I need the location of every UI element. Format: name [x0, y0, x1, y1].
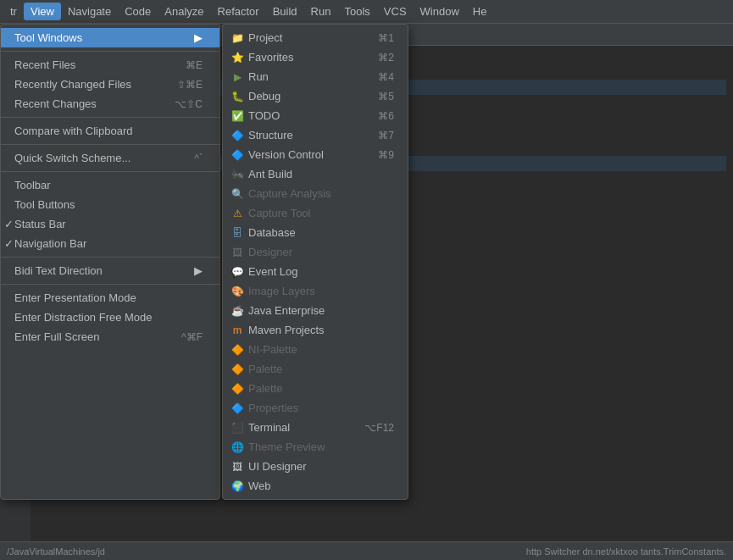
- submenu-arrow-icon: ▶: [180, 264, 203, 277]
- submenu-item-label: Ant Build: [248, 168, 292, 180]
- submenu-arrow-icon: ▶: [180, 31, 203, 44]
- submenu-item-database[interactable]: 🗄 Database: [223, 223, 408, 242]
- menu-item-quick-switch[interactable]: Quick Switch Scheme... ^`: [1, 148, 219, 168]
- shortcut: ⌘7: [361, 130, 394, 141]
- submenu-item-theme-preview: 🌐 Theme Preview: [223, 437, 408, 457]
- menubar-item-tr[interactable]: tr: [3, 3, 24, 20]
- structure-icon: 🔷: [230, 130, 245, 141]
- shortcut: ⌘9: [361, 149, 394, 161]
- menu-item-tool-buttons[interactable]: Tool Buttons: [1, 195, 219, 214]
- submenu-item-project[interactable]: 📁 Project ⌘1: [223, 28, 408, 47]
- submenu-item-label: Palette: [248, 363, 282, 375]
- menu-item-bidi[interactable]: Bidi Text Direction ▶: [1, 261, 219, 280]
- submenu-item-image-layers: 🎨 Image Layers: [223, 281, 408, 301]
- maven-icon: m: [230, 324, 245, 336]
- menu-item-recently-changed[interactable]: Recently Changed Files ⇧⌘E: [1, 75, 219, 94]
- debug-icon: 🐛: [230, 91, 245, 103]
- menubar-item-build[interactable]: Build: [266, 3, 304, 20]
- menu-item-distraction-free[interactable]: Enter Distraction Free Mode: [1, 308, 219, 327]
- status-text-left: /JavaVirtualMachines/jd: [7, 546, 105, 557]
- submenu-item-label: Maven Projects: [248, 324, 325, 336]
- ui-designer-icon: 🖼: [230, 461, 245, 473]
- menubar-item-refactor[interactable]: Refactor: [211, 3, 266, 20]
- menubar-item-tools[interactable]: Tools: [337, 3, 376, 20]
- event-log-icon: 💬: [230, 266, 245, 278]
- menubar-item-window[interactable]: Window: [414, 3, 466, 20]
- menu-item-label: Enter Presentation Mode: [14, 291, 203, 304]
- shortcut: ⌘4: [361, 71, 394, 83]
- vcs-icon: 🔷: [230, 149, 245, 161]
- submenu-item-terminal[interactable]: ⬛ Terminal ⌥F12: [223, 418, 408, 437]
- database-icon: 🗄: [230, 227, 245, 239]
- menubar-item-vcs[interactable]: VCS: [377, 3, 414, 20]
- menu-item-tool-windows[interactable]: Tool Windows ▶: [1, 28, 219, 47]
- todo-icon: ✅: [230, 110, 245, 122]
- palette1-icon: 🔶: [230, 363, 245, 375]
- shortcut: ^`: [174, 152, 203, 164]
- menu-item-presentation[interactable]: Enter Presentation Mode: [1, 288, 219, 308]
- divider: [1, 117, 219, 118]
- menu-item-recent-changes[interactable]: Recent Changes ⌥⇧C: [1, 94, 219, 114]
- submenu-item-ui-designer[interactable]: 🖼 UI Designer: [223, 457, 408, 476]
- submenu-item-web[interactable]: 🌍 Web: [223, 476, 408, 496]
- submenu-item-structure[interactable]: 🔷 Structure ⌘7: [223, 125, 408, 145]
- submenu-item-label: Web: [248, 480, 271, 492]
- shortcut: ⌥F12: [347, 422, 394, 434]
- submenu-item-label: Database: [248, 226, 296, 239]
- ni-palette-icon: 🔶: [230, 344, 245, 356]
- submenu-item-capture-analysis: 🔍 Capture Analysis: [223, 184, 408, 203]
- menubar-item-help[interactable]: He: [466, 3, 494, 20]
- favorites-icon: ⭐: [230, 52, 245, 64]
- menu-item-toolbar[interactable]: Toolbar: [1, 175, 219, 195]
- submenu-item-palette1: 🔶 Palette: [223, 359, 408, 379]
- shortcut: ⇧⌘E: [157, 79, 203, 91]
- shortcut: ⌘6: [361, 110, 394, 122]
- theme-preview-icon: 🌐: [230, 441, 245, 453]
- submenu-item-label: Properties: [248, 402, 298, 414]
- menu-item-compare-clipboard[interactable]: Compare with Clipboard: [1, 121, 219, 141]
- menubar-item-run[interactable]: Run: [304, 3, 338, 20]
- menu-item-recent-files[interactable]: Recent Files ⌘E: [1, 55, 219, 75]
- submenu-item-vcs[interactable]: 🔷 Version Control ⌘9: [223, 145, 408, 164]
- menubar-item-view[interactable]: View: [24, 3, 61, 20]
- submenu-item-java-enterprise[interactable]: ☕ Java Enterprise: [223, 301, 408, 320]
- submenu-item-label: Java Enterprise: [248, 304, 325, 317]
- terminal-icon: ⬛: [230, 422, 245, 434]
- submenu-item-label: Project: [248, 31, 282, 44]
- submenu-item-label: NI-Palette: [248, 343, 297, 356]
- submenu-item-favorites[interactable]: ⭐ Favorites ⌘2: [223, 47, 408, 67]
- menu-item-label: Tool Buttons: [14, 198, 203, 211]
- submenu-item-debug[interactable]: 🐛 Debug ⌘5: [223, 86, 408, 106]
- submenu-item-label: Designer: [248, 246, 292, 258]
- palette2-icon: 🔶: [230, 383, 245, 395]
- menu-item-status-bar[interactable]: ✓ Status Bar: [1, 214, 219, 234]
- submenu-item-maven[interactable]: m Maven Projects: [223, 320, 408, 340]
- submenu-item-run[interactable]: ▶ Run ⌘4: [223, 67, 408, 86]
- submenu-item-label: Capture Tool: [248, 207, 310, 219]
- divider: [1, 51, 219, 52]
- divider: [1, 257, 219, 258]
- menubar-item-code[interactable]: Code: [118, 3, 158, 20]
- menubar: tr View Navigate Code Analyze Refactor B…: [0, 0, 733, 24]
- submenu-item-label: Version Control: [248, 148, 324, 161]
- menubar-item-navigate[interactable]: Navigate: [61, 3, 118, 20]
- divider: [1, 144, 219, 145]
- submenu-item-ant[interactable]: 🐜 Ant Build: [223, 164, 408, 184]
- menu-item-full-screen[interactable]: Enter Full Screen ^⌘F: [1, 327, 219, 347]
- submenu-item-ni-palette: 🔶 NI-Palette: [223, 340, 408, 359]
- checkmark-icon: ✓: [4, 218, 14, 230]
- submenu-item-todo[interactable]: ✅ TODO ⌘6: [223, 106, 408, 125]
- shortcut: ⌘E: [165, 59, 203, 71]
- menu-item-label: Compare with Clipboard: [14, 125, 203, 137]
- submenu-item-label: Debug: [248, 90, 280, 103]
- menu-item-nav-bar[interactable]: ✓ Navigation Bar: [1, 234, 219, 253]
- dropdown-container: Tool Windows ▶ Recent Files ⌘E Recently …: [0, 24, 408, 500]
- menubar-item-analyze[interactable]: Analyze: [158, 3, 210, 20]
- menu-item-label: Status Bar: [14, 218, 203, 230]
- capture-analysis-icon: 🔍: [230, 188, 245, 200]
- menu-item-label: Tool Windows: [14, 31, 180, 44]
- submenu-item-event-log[interactable]: 💬 Event Log: [223, 262, 408, 281]
- menu-item-label: Enter Distraction Free Mode: [14, 311, 203, 324]
- menu-item-label: Quick Switch Scheme...: [14, 152, 174, 164]
- web-icon: 🌍: [230, 480, 245, 492]
